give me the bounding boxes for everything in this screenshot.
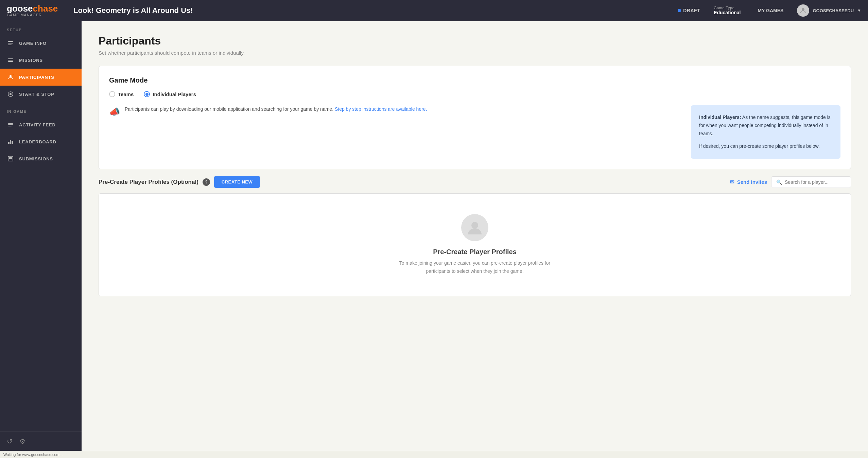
svg-rect-15 [10, 140, 11, 144]
game-mode-title: Game Mode [109, 76, 840, 84]
draft-dot-icon [678, 9, 681, 12]
sidebar: Setup GAME INFO MISSIONS + PARTICIPANTS … [0, 21, 82, 451]
svg-rect-14 [8, 142, 10, 144]
page-title: Participants [99, 35, 851, 47]
help-icon[interactable]: ? [203, 178, 210, 186]
sidebar-label-participants: PARTICIPANTS [19, 75, 54, 80]
svg-rect-11 [8, 123, 13, 124]
start-stop-icon [7, 90, 14, 98]
pre-create-header: Pre-Create Player Profiles (Optional) ? … [99, 176, 851, 188]
logo: goosechase [7, 4, 61, 13]
settings-icon[interactable]: ⚙ [19, 437, 25, 445]
info-row: 📣 Participants can play by downloading o… [109, 105, 840, 159]
send-invites-label: Send Invites [737, 179, 767, 185]
svg-rect-16 [12, 141, 13, 144]
sidebar-label-start-stop: START & STOP [19, 92, 54, 97]
svg-rect-3 [8, 45, 12, 45]
logo-goose: goose [7, 3, 33, 14]
leaderboard-icon [7, 138, 14, 145]
search-box: 🔍 [771, 176, 851, 188]
sidebar-label-leaderboard: LEADERBOARD [19, 139, 56, 144]
envelope-icon: ✉ [730, 179, 734, 185]
draft-label: DRAFT [683, 8, 700, 13]
megaphone-icon: 📣 [109, 107, 120, 117]
top-navigation: goosechase Game Manager Look! Geometry i… [0, 0, 868, 21]
game-title: Look! Geometry is All Around Us! [73, 6, 671, 15]
svg-text:+: + [12, 74, 14, 76]
step-by-step-link[interactable]: Step by step instructions are available … [335, 106, 427, 112]
tooltip-paragraph-1: Individual Players: As the name suggests… [699, 113, 832, 138]
svg-rect-13 [8, 126, 12, 126]
svg-point-0 [802, 8, 804, 11]
sidebar-ingame-label: In-Game [0, 103, 82, 116]
svg-point-7 [10, 75, 12, 77]
game-type-area: Game Type Educational [714, 6, 741, 15]
sidebar-label-game-info: GAME INFO [19, 41, 47, 46]
tooltip-title: Individual Players: [699, 114, 741, 120]
create-new-button[interactable]: CREATE NEW [214, 176, 260, 188]
radio-individual-circle [144, 91, 150, 97]
draft-badge: DRAFT [678, 8, 700, 13]
game-mode-card: Game Mode Teams Individual Players 📣 [99, 66, 851, 169]
svg-rect-6 [8, 61, 13, 62]
logo-subtitle: Game Manager [7, 13, 61, 17]
svg-rect-5 [8, 60, 13, 60]
radio-individual-label: Individual Players [153, 91, 196, 97]
status-text: Waiting for www.goosechase.com... [3, 453, 63, 457]
sidebar-item-leaderboard[interactable]: LEADERBOARD [0, 133, 82, 150]
page-subtitle: Set whether participants should compete … [99, 50, 851, 56]
logo-area: goosechase Game Manager [7, 4, 61, 17]
radio-group: Teams Individual Players [109, 91, 840, 97]
search-input[interactable] [785, 179, 846, 185]
sidebar-item-activity-feed[interactable]: ACTIVITY FEED [0, 116, 82, 133]
radio-teams[interactable]: Teams [109, 91, 134, 97]
status-bar: Waiting for www.goosechase.com... [0, 451, 868, 458]
empty-state-card: Pre-Create Player Profiles To make joini… [99, 193, 851, 296]
sidebar-bottom: ↺ ⚙ [0, 431, 82, 451]
empty-state-title: Pre-Create Player Profiles [433, 248, 517, 256]
content-area: Participants Set whether participants sh… [82, 21, 868, 451]
tooltip-paragraph-2: If desired, you can pre-create some play… [699, 142, 832, 151]
game-type-value: Educational [714, 10, 741, 15]
sidebar-item-game-info[interactable]: GAME INFO [0, 35, 82, 52]
activity-feed-icon [7, 121, 14, 128]
sidebar-item-missions[interactable]: MISSIONS [0, 52, 82, 69]
info-left: 📣 Participants can play by downloading o… [109, 105, 681, 117]
my-games-link[interactable]: MY GAMES [758, 8, 783, 13]
pre-create-section: Pre-Create Player Profiles (Optional) ? … [99, 176, 851, 296]
sidebar-item-submissions[interactable]: SUBMISSIONS [0, 150, 82, 167]
participants-icon: + [7, 73, 14, 81]
sidebar-label-activity-feed: ACTIVITY FEED [19, 122, 56, 127]
search-icon: 🔍 [776, 179, 782, 185]
tooltip-box: Individual Players: As the name suggests… [691, 105, 840, 159]
user-menu[interactable]: GOOSECHASEEDU ▼ [797, 4, 861, 17]
radio-teams-label: Teams [118, 91, 134, 97]
svg-rect-12 [8, 124, 13, 125]
submissions-icon [7, 155, 14, 162]
empty-avatar-icon [461, 214, 488, 241]
sidebar-setup-label: Setup [0, 21, 82, 35]
svg-point-19 [471, 222, 478, 229]
user-avatar [797, 4, 809, 17]
send-invites-button[interactable]: ✉ Send Invites [730, 179, 767, 185]
svg-point-10 [10, 93, 12, 95]
empty-state-desc: To make joining your game easier, you ca… [393, 259, 556, 276]
svg-rect-1 [8, 41, 13, 42]
radio-individual[interactable]: Individual Players [144, 91, 196, 97]
sidebar-item-participants[interactable]: + PARTICIPANTS [0, 69, 82, 86]
main-layout: Setup GAME INFO MISSIONS + PARTICIPANTS … [0, 21, 868, 451]
chevron-down-icon: ▼ [857, 8, 861, 13]
svg-rect-4 [8, 58, 13, 59]
info-box: 📣 Participants can play by downloading o… [109, 105, 681, 117]
radio-teams-circle [109, 91, 115, 97]
info-text: Participants can play by downloading our… [125, 105, 427, 113]
sidebar-item-start-stop[interactable]: START & STOP [0, 86, 82, 103]
info-right: Individual Players: As the name suggests… [691, 105, 840, 159]
sidebar-label-missions: MISSIONS [19, 58, 43, 63]
sidebar-label-submissions: SUBMISSIONS [19, 156, 53, 161]
game-info-icon [7, 39, 14, 47]
refresh-icon[interactable]: ↺ [7, 437, 13, 445]
info-text-part1: Participants can play by downloading our… [125, 106, 333, 112]
missions-icon [7, 56, 14, 64]
game-type-label: Game Type [714, 6, 734, 10]
